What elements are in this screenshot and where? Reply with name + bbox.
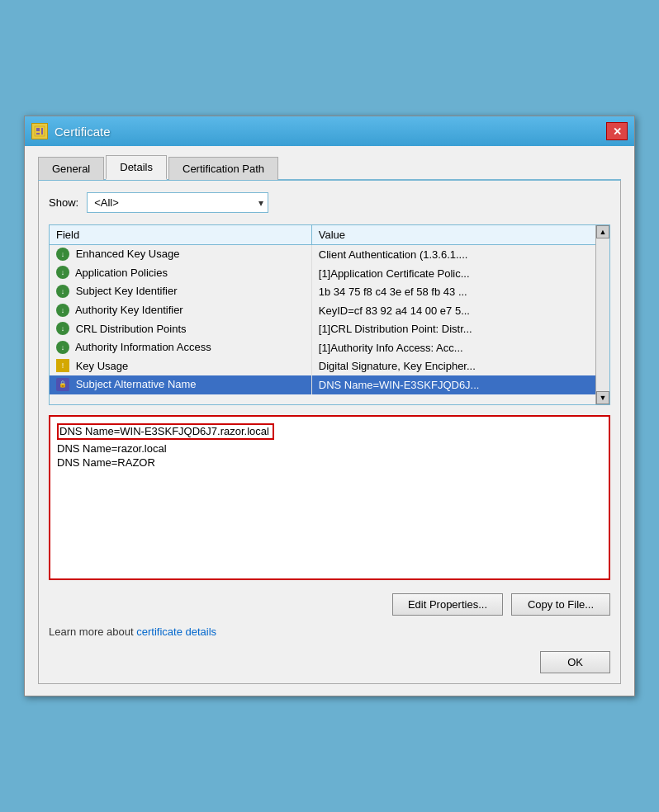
details-tab-panel: Show: <All> Version 1 fields only Extens…: [38, 181, 621, 684]
detail-box: DNS Name=WIN-E3SKFJQD6J7.razor.local DNS…: [49, 415, 610, 580]
field-cell: ! Key Usage: [50, 357, 311, 376]
edit-properties-button[interactable]: Edit Properties...: [392, 593, 503, 616]
value-cell: KeyID=cf 83 92 a4 14 00 e7 5...: [311, 301, 595, 320]
field-table-container: Field Value ↓ Enhanced Key Usage Client …: [49, 224, 610, 405]
field-cell: ↓ Enhanced Key Usage: [50, 245, 311, 264]
copy-to-file-button[interactable]: Copy to File...: [511, 593, 610, 616]
row-icon-green: ↓: [56, 266, 69, 279]
svg-rect-3: [41, 128, 43, 135]
value-cell: [1]Authority Info Access: Acc...: [311, 338, 595, 357]
field-table: Field Value ↓ Enhanced Key Usage Client …: [50, 225, 595, 394]
tab-details[interactable]: Details: [106, 155, 167, 180]
dialog-content: General Details Certification Path Show:…: [25, 146, 634, 696]
value-cell: DNS Name=WIN-E3SKFJQD6J...: [311, 375, 595, 394]
show-label: Show:: [49, 196, 78, 209]
field-cell: ↓ Authority Key Identifier: [50, 301, 311, 320]
value-cell: Client Authentication (1.3.6.1....: [311, 245, 595, 264]
scroll-track: [596, 238, 609, 391]
close-button[interactable]: ✕: [606, 122, 628, 140]
title-bar-left: Certificate: [31, 123, 111, 139]
field-cell: ↓ Authority Information Access: [50, 338, 311, 357]
scroll-down-button[interactable]: ▼: [596, 391, 609, 404]
field-cell: ↓ CRL Distribution Points: [50, 320, 311, 339]
tab-bar: General Details Certification Path: [38, 154, 621, 181]
row-icon-green: ↓: [56, 304, 69, 317]
row-icon-green: ↓: [56, 341, 69, 354]
table-row[interactable]: ↓ Authority Information Access [1]Author…: [50, 338, 595, 357]
row-icon-cert: 🔒: [56, 378, 69, 391]
learn-more-prefix: Learn more about: [49, 626, 136, 638]
field-cell: 🔒 Subject Alternative Name: [50, 375, 311, 394]
action-buttons-row: Edit Properties... Copy to File...: [49, 593, 610, 616]
table-row[interactable]: ! Key Usage Digital Signature, Key Encip…: [50, 357, 595, 376]
window-icon: [31, 123, 48, 139]
table-row[interactable]: ↓ CRL Distribution Points [1]CRL Distrib…: [50, 320, 595, 339]
col-field-header: Field: [50, 225, 311, 245]
window-title: Certificate: [55, 125, 111, 139]
table-row-selected[interactable]: 🔒 Subject Alternative Name DNS Name=WIN-…: [50, 375, 595, 394]
ok-button[interactable]: OK: [540, 651, 610, 673]
table-row[interactable]: ↓ Subject Key Identifier 1b 34 75 f8 c4 …: [50, 282, 595, 301]
value-cell: [1]CRL Distribution Point: Distr...: [311, 320, 595, 339]
table-row[interactable]: ↓ Enhanced Key Usage Client Authenticati…: [50, 245, 595, 264]
row-icon-green: ↓: [56, 322, 69, 335]
field-cell: ↓ Application Policies: [50, 264, 311, 283]
scroll-up-button[interactable]: ▲: [596, 225, 609, 238]
col-value-header: Value: [311, 225, 595, 245]
table-header-row: Field Value: [50, 225, 595, 245]
title-bar: Certificate ✕: [25, 116, 634, 146]
svg-rect-1: [36, 128, 40, 131]
show-select-wrapper: <All> Version 1 fields only Extensions o…: [87, 192, 268, 213]
show-row: Show: <All> Version 1 fields only Extens…: [49, 192, 610, 213]
show-select[interactable]: <All> Version 1 fields only Extensions o…: [87, 192, 268, 213]
value-cell: Digital Signature, Key Encipher...: [311, 357, 595, 376]
field-cell: ↓ Subject Key Identifier: [50, 282, 311, 301]
tab-general[interactable]: General: [38, 157, 104, 180]
table-row[interactable]: ↓ Application Policies [1]Application Ce…: [50, 264, 595, 283]
table-row[interactable]: ↓ Authority Key Identifier KeyID=cf 83 9…: [50, 301, 595, 320]
svg-rect-2: [36, 133, 40, 135]
detail-line-2: DNS Name=razor.local: [57, 442, 602, 455]
value-cell: 1b 34 75 f8 c4 3e ef 58 fb 43 ...: [311, 282, 595, 301]
learn-more-row: Learn more about certificate details: [49, 626, 610, 638]
row-icon-yellow: !: [56, 359, 69, 372]
detail-line-3: DNS Name=RAZOR: [57, 456, 602, 469]
row-icon-green: ↓: [56, 285, 69, 298]
detail-line-1: DNS Name=WIN-E3SKFJQD6J7.razor.local: [57, 423, 274, 440]
ok-row: OK: [49, 651, 610, 673]
tab-certification-path[interactable]: Certification Path: [168, 157, 278, 180]
certificate-details-link[interactable]: certificate details: [136, 626, 216, 638]
row-icon-green: ↓: [56, 248, 69, 261]
value-cell: [1]Application Certificate Polic...: [311, 264, 595, 283]
certificate-dialog: Certificate ✕ General Details Certificat…: [24, 116, 635, 696]
table-scrollbar[interactable]: ▲ ▼: [595, 225, 609, 404]
